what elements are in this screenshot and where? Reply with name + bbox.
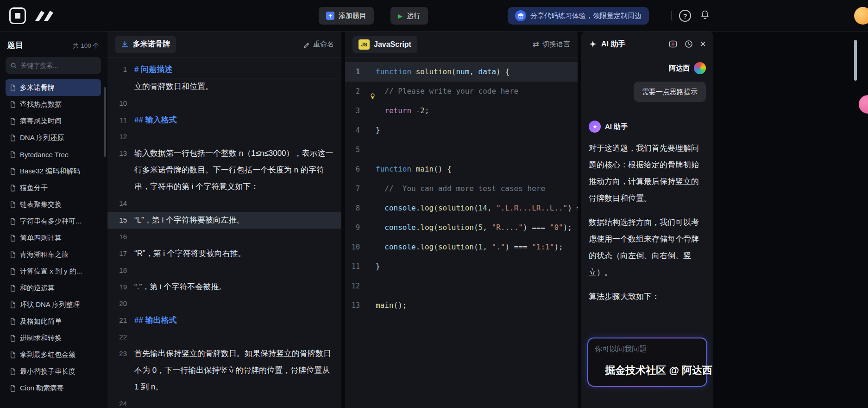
- markdown-line[interactable]: 23首先输出保持竖立的骨牌数目。如果保持竖立的骨牌数目不为 0，下一行输出保持竖…: [107, 345, 341, 395]
- markdown-text: [134, 95, 341, 112]
- code-line[interactable]: 9 console.log(solution(5, "R....") === "…: [345, 218, 578, 237]
- close-icon[interactable]: ×: [700, 39, 706, 49]
- markdown-line[interactable]: 20: [107, 295, 341, 312]
- sidebar-item[interactable]: 最小替换子串长度: [6, 363, 101, 380]
- notifications-bell-icon[interactable]: [699, 9, 711, 22]
- code-line[interactable]: 11}: [345, 257, 578, 276]
- sidebar-item[interactable]: 和的逆运算: [6, 280, 101, 296]
- markdown-editor[interactable]: 1# 问题描述立的骨牌数目和位置。1011## 输入格式1213输入数据第一行包…: [107, 57, 341, 408]
- topbar-divider: [671, 11, 672, 20]
- help-icon[interactable]: ?: [679, 10, 691, 22]
- sidebar-item[interactable]: 病毒感染时间: [6, 113, 101, 129]
- sidebar-scrollbar-thumb[interactable]: [104, 87, 106, 157]
- sidebar-item[interactable]: 多米诺骨牌: [6, 79, 101, 96]
- code-text: function main() {: [369, 159, 452, 179]
- sidebar-item[interactable]: Cion 勒索病毒: [6, 380, 101, 396]
- markdown-line[interactable]: 1# 问题描述: [107, 61, 341, 78]
- add-problem-button[interactable]: + 添加题目: [319, 7, 374, 25]
- sidebar-item[interactable]: DNA 序列还原: [6, 129, 101, 146]
- markdown-line[interactable]: 立的骨牌数目和位置。: [107, 78, 341, 95]
- app-logo-icon[interactable]: [9, 7, 26, 24]
- markdown-line[interactable]: 14: [107, 195, 341, 212]
- markdown-line[interactable]: 22: [107, 329, 341, 345]
- markdown-line[interactable]: 12: [107, 128, 341, 145]
- code-line[interactable]: 4}: [345, 121, 578, 140]
- code-line[interactable]: 3 return -2;: [345, 101, 578, 121]
- code-line[interactable]: 2 // Please write your code here: [345, 82, 578, 101]
- page-scrollbar-thumb[interactable]: [854, 40, 857, 81]
- markdown-line[interactable]: 16: [107, 229, 341, 245]
- ai-input-box[interactable]: [587, 338, 707, 387]
- markdown-line[interactable]: 15“L”，第 i 个字符将要被向左推。: [107, 212, 341, 229]
- code-editor[interactable]: 1function solution(num, data) {2 // Plea…: [345, 57, 578, 315]
- sidebar-item[interactable]: Bytedance Tree: [6, 146, 101, 163]
- search-box[interactable]: [6, 57, 101, 74]
- code-line[interactable]: 6function main() {: [345, 159, 578, 179]
- juejin-logo-icon[interactable]: [32, 8, 57, 24]
- markdown-line[interactable]: 19“.”，第 i 个字符不会被推。: [107, 279, 341, 295]
- run-label: 运行: [407, 12, 421, 20]
- ai-question-input[interactable]: [588, 338, 706, 386]
- user-avatar[interactable]: [854, 7, 868, 25]
- sidebar-item-label: 最小替换子串长度: [20, 367, 75, 376]
- code-line[interactable]: 8 console.log(solution(14, ".L.R...LR..L…: [345, 198, 578, 218]
- problem-count: 共 100 个: [73, 42, 99, 50]
- problem-description-panel: 多米诺骨牌 重命名 1# 问题描述立的骨牌数目和位置。1011## 输入格式12…: [107, 32, 341, 408]
- language-chip[interactable]: JS JavaScript: [352, 36, 417, 53]
- line-number: [107, 78, 134, 95]
- new-chat-icon[interactable]: [668, 39, 678, 49]
- sidebar-item[interactable]: 及格如此简单: [6, 313, 101, 330]
- sidebar-item[interactable]: Base32 编码和解码: [6, 163, 101, 179]
- sidebar-item[interactable]: 环状 DNA 序列整理: [6, 296, 101, 313]
- code-text: return -2;: [369, 101, 429, 121]
- code-text: }: [369, 121, 380, 140]
- ai-paragraph: 算法步骤大致如下：: [589, 288, 706, 305]
- line-number: 14: [107, 195, 134, 212]
- sidebar-item[interactable]: 查找热点数据: [6, 96, 101, 113]
- search-input[interactable]: [20, 62, 96, 69]
- markdown-text: [134, 395, 341, 408]
- ai-name: AI 助手: [605, 122, 628, 131]
- run-button[interactable]: ▶ 运行: [390, 7, 428, 25]
- code-line[interactable]: 10 console.log(solution(1, ".") === "1:1…: [345, 237, 578, 257]
- markdown-line[interactable]: 18: [107, 262, 341, 279]
- code-line[interactable]: 5: [345, 140, 578, 159]
- markdown-line[interactable]: 21## 输出格式: [107, 312, 341, 329]
- markdown-line[interactable]: 24: [107, 395, 341, 408]
- markdown-line[interactable]: 13输入数据第一行包括一个整数 n（1≤n≤3000），表示这一行多米诺骨牌的数…: [107, 145, 341, 195]
- markdown-text: [134, 195, 341, 212]
- markdown-text: [134, 262, 341, 279]
- markdown-line[interactable]: 17“R”，第 i 个字符将要被向右推。: [107, 245, 341, 262]
- code-line[interactable]: 12: [345, 276, 578, 296]
- sidebar-item-label: 简单四则计算: [20, 234, 62, 242]
- sidebar-item[interactable]: 计算位置 x 到 y 的...: [6, 263, 101, 280]
- history-clock-icon[interactable]: [684, 39, 693, 49]
- app-logo-inner: [15, 13, 20, 19]
- sidebar-item[interactable]: 链表聚集交换: [6, 196, 101, 213]
- sidebar-item[interactable]: 拿到最多红包金额: [6, 346, 101, 363]
- hint-request-bubble[interactable]: 需要一点思路提示: [634, 82, 706, 102]
- sidebar-item[interactable]: 简单四则计算: [6, 230, 101, 246]
- rename-button[interactable]: 重命名: [303, 40, 334, 49]
- sidebar-item[interactable]: 青海湖租车之旅: [6, 246, 101, 263]
- markdown-line[interactable]: 11## 输入格式: [107, 112, 341, 128]
- problem-list: 多米诺骨牌查找热点数据病毒感染时间DNA 序列还原Bytedance TreeB…: [6, 79, 101, 396]
- sidebar-item[interactable]: 进制求和转换: [6, 330, 101, 346]
- ai-avatar-icon: [589, 121, 601, 133]
- code-line[interactable]: 13main();: [345, 296, 578, 315]
- search-icon: [10, 62, 17, 69]
- problem-title-chip[interactable]: 多米诺骨牌: [115, 36, 176, 53]
- code-line[interactable]: 1function solution(num, data) {: [345, 62, 578, 82]
- share-banner[interactable]: 分享代码练习体验，领限量定制周边: [508, 7, 649, 25]
- document-icon: [9, 101, 16, 108]
- plus-icon: +: [326, 12, 334, 20]
- markdown-line[interactable]: 10: [107, 95, 341, 112]
- sidebar-item[interactable]: 猫鱼分干: [6, 179, 101, 196]
- sidebar-item-label: Cion 勒索病毒: [20, 384, 64, 393]
- switch-language-button[interactable]: ⇄ 切换语言: [533, 40, 570, 49]
- user-message-avatar: [694, 62, 706, 74]
- floating-action-button[interactable]: [859, 95, 868, 114]
- sidebar-item[interactable]: 字符串有多少种可...: [6, 213, 101, 230]
- sidebar-title: 题目: [7, 40, 23, 51]
- code-line[interactable]: 7 // You can add more test cases here: [345, 179, 578, 198]
